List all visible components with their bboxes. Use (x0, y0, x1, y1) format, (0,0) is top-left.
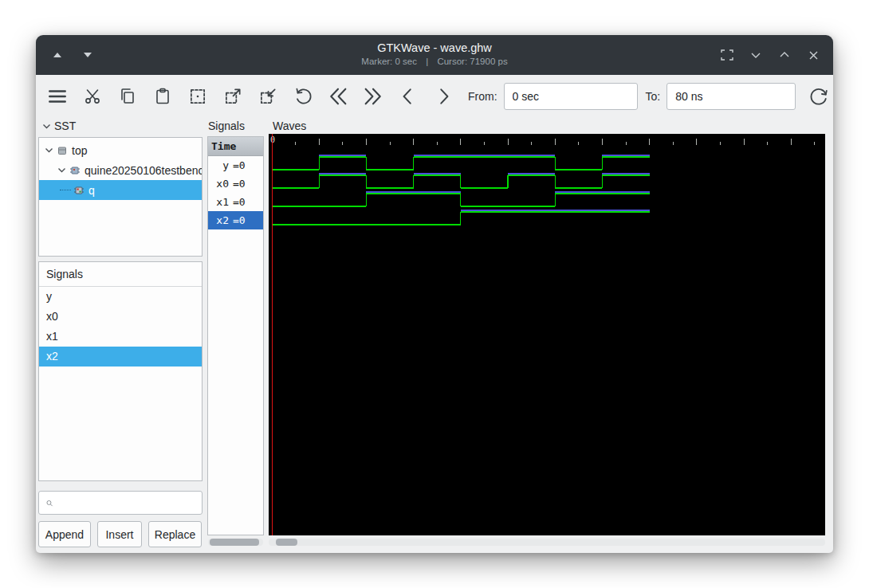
signal-search-box (38, 491, 203, 515)
step-right-icon[interactable] (430, 83, 457, 110)
cut-icon[interactable] (79, 83, 106, 110)
chevron-down-icon[interactable] (57, 167, 66, 174)
zoom-in-icon[interactable] (219, 83, 246, 110)
toolbar: From: To: (36, 75, 833, 118)
titlebar: GTKWave - wave.ghw Marker: 0 sec | Curso… (36, 35, 833, 75)
wave-row-x0[interactable]: x0 =0 (208, 174, 263, 193)
window-title: GTKWave - wave.ghw (132, 41, 737, 54)
sst-label: SST (54, 120, 76, 132)
insert-button[interactable]: Insert (97, 521, 142, 547)
wave-canvas[interactable]: 0 (269, 134, 825, 535)
subtitle-separator: | (426, 57, 428, 66)
sst-header[interactable]: SST (42, 120, 76, 132)
signal-item-y[interactable]: y (39, 287, 202, 307)
module-icon (57, 145, 68, 156)
cursor-status: Cursor: 71900 ps (437, 57, 507, 66)
signal-item-x0[interactable]: x0 (39, 307, 202, 327)
wave-plot: 0 (269, 134, 825, 535)
chip-icon (69, 165, 81, 176)
scrollbar-thumb[interactable] (210, 539, 259, 546)
to-label: To: (646, 90, 661, 103)
wave-row-name: y (208, 159, 229, 171)
names-hscrollbar[interactable] (208, 539, 263, 546)
signal-item-x2[interactable]: x2 (39, 347, 202, 367)
tree-node-label: quine20250106testbenc (85, 164, 203, 177)
wave-row-x1[interactable]: x1 =0 (208, 193, 263, 211)
caret-down-icon[interactable] (79, 46, 96, 64)
chevron-down-icon[interactable] (45, 147, 53, 154)
wave-row-value: =0 (233, 196, 246, 208)
marker-status: Marker: 0 sec (361, 57, 417, 66)
close-icon[interactable] (804, 46, 822, 64)
append-button[interactable]: Append (38, 521, 91, 547)
wave-names-panel: Time y =0 x0 =0 x1 =0 x2 =0 (207, 136, 264, 535)
shade-down-icon[interactable] (747, 46, 765, 64)
search-icon (45, 497, 53, 509)
wave-row-x2[interactable]: x2 =0 (208, 211, 263, 229)
zoom-fit-icon[interactable] (184, 83, 211, 110)
tree-node-q[interactable]: q (39, 180, 202, 200)
wave-row-value: =0 (233, 159, 246, 171)
gtkwave-window: GTKWave - wave.ghw Marker: 0 sec | Curso… (36, 35, 833, 553)
undo-icon[interactable] (289, 83, 317, 110)
replace-button[interactable]: Replace (148, 521, 202, 547)
fullscreen-icon[interactable] (718, 46, 736, 64)
chip-icon (73, 185, 85, 196)
maximize-icon[interactable] (776, 46, 793, 64)
tree-connector (60, 190, 71, 190)
tree-node-label: top (72, 144, 87, 157)
search-input[interactable] (58, 496, 202, 510)
window-subtitle: Marker: 0 sec | Cursor: 71900 ps (132, 57, 737, 66)
reload-icon[interactable] (805, 83, 832, 110)
time-header: Time (208, 137, 263, 156)
wave-signals-label: Signals (208, 120, 245, 132)
zoom-out-icon[interactable] (254, 83, 281, 110)
wave-row-value: =0 (233, 214, 246, 226)
chevron-down-icon (42, 123, 51, 130)
tree-node-testbench[interactable]: quine20250106testbenc (39, 160, 202, 180)
tree-node-top[interactable]: top (39, 140, 202, 160)
from-input[interactable] (504, 83, 638, 110)
menu-icon[interactable] (44, 83, 71, 110)
caret-up-icon[interactable] (49, 46, 66, 64)
to-input[interactable] (666, 83, 796, 110)
skip-to-end-icon[interactable] (360, 83, 387, 110)
waves-hscrollbar[interactable] (269, 539, 825, 546)
svg-text:0: 0 (270, 135, 275, 144)
paste-icon[interactable] (149, 83, 176, 110)
wave-row-name: x0 (208, 178, 229, 190)
from-label: From: (468, 90, 497, 103)
copy-icon[interactable] (114, 83, 141, 110)
signals-list-panel: Signals y x0 x1 x2 (38, 261, 203, 481)
signals-list-header: Signals (39, 262, 202, 287)
skip-to-start-icon[interactable] (324, 83, 352, 110)
scrollbar-thumb[interactable] (276, 539, 297, 546)
wave-row-value: =0 (233, 178, 246, 190)
wave-row-name: x1 (208, 196, 229, 208)
sst-tree-panel: top quine20250106testbenc (38, 137, 203, 257)
wave-row-name: x2 (208, 214, 229, 226)
waves-label: Waves (273, 120, 306, 132)
wave-row-y[interactable]: y =0 (208, 156, 263, 174)
tree-node-label: q (88, 184, 95, 197)
signal-item-x1[interactable]: x1 (39, 327, 202, 347)
step-left-icon[interactable] (395, 83, 422, 110)
